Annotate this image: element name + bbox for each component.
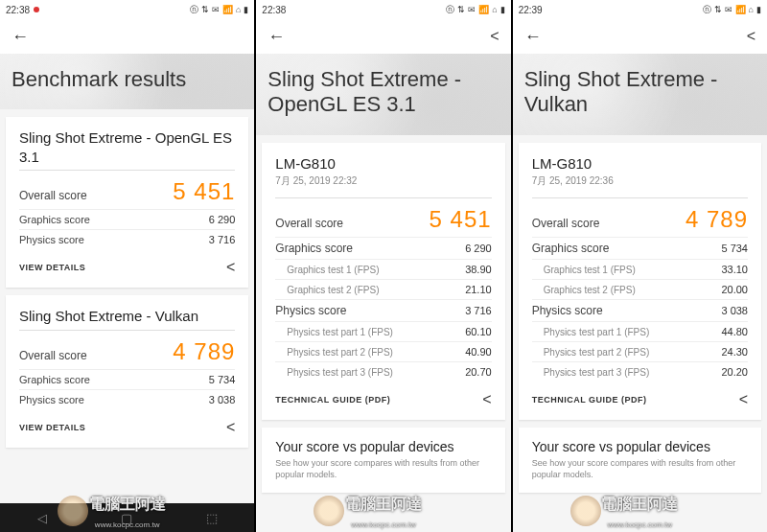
score-label: Physics test part 2 (FPS) <box>532 347 650 358</box>
status-indicator-icon: ✉ <box>212 5 220 14</box>
score-row: Graphics score6 290 <box>275 238 491 260</box>
share-icon[interactable]: < <box>747 28 755 45</box>
score-value: 5 734 <box>721 243 748 254</box>
back-icon[interactable]: ← <box>524 27 542 47</box>
score-label: Graphics test 1 (FPS) <box>532 265 636 275</box>
score-value: 20.00 <box>721 284 748 295</box>
status-indicator-icon: ▮ <box>756 5 761 14</box>
nav-home-icon[interactable]: ▢ <box>121 511 132 525</box>
status-icons: ⓝ⇅✉📶⌂▮ <box>703 4 761 16</box>
score-row: Physics score3 716 <box>275 300 491 322</box>
status-indicator-icon: ✉ <box>725 5 732 14</box>
nav-bar: ◁ ▢ ⬚ <box>0 503 254 532</box>
score-value: 20.20 <box>721 366 748 378</box>
status-indicator-icon: 📶 <box>735 5 746 14</box>
card-title: Sling Shot Extreme - Vulkan <box>19 307 235 326</box>
status-indicator-icon: ⇅ <box>201 5 209 14</box>
score-label: Physics score <box>275 304 346 317</box>
watermark-avatar <box>58 496 88 526</box>
status-indicator-icon: ⓝ <box>446 4 454 16</box>
status-icons: ⓝ⇅✉📶⌂▮ <box>190 4 248 16</box>
score-value: 21.10 <box>465 284 492 295</box>
score-row: Physics test part 2 (FPS)24.30 <box>532 342 748 362</box>
compare-section: Your score vs popular devices See how yo… <box>519 428 761 492</box>
card-footer: VIEW DETAILS < <box>19 409 235 436</box>
score-label: Graphics test 2 (FPS) <box>275 285 379 295</box>
nav-recent-icon[interactable]: ⬚ <box>206 511 218 525</box>
score-row: Physics score 3 716 <box>19 230 235 249</box>
status-indicator-icon: ⓝ <box>703 4 711 16</box>
status-icons: ⓝ⇅✉📶⌂▮ <box>446 4 504 16</box>
device-name: LM-G810 <box>532 154 748 173</box>
score-label: Physics test part 3 (FPS) <box>532 367 650 378</box>
status-indicator-icon: ⇅ <box>714 5 722 14</box>
overall-score-row: Overall score 4 789 <box>19 330 235 370</box>
status-bar: 22:38 ⓝ⇅✉📶⌂▮ <box>256 0 510 19</box>
score-value: 6 290 <box>465 243 492 254</box>
status-indicator-icon: ⌂ <box>492 5 497 14</box>
status-bar: 22:39 ⓝ⇅✉📶⌂▮ <box>513 0 767 19</box>
notification-dot <box>34 7 39 12</box>
score-row: Physics test part 2 (FPS)40.90 <box>275 342 491 362</box>
hero-banner: Sling Shot Extreme - OpenGL ES 3.1 <box>256 54 510 135</box>
share-icon[interactable]: < <box>226 419 235 436</box>
technical-guide-link[interactable]: TECHNICAL GUIDE (PDF) <box>532 395 647 405</box>
status-indicator-icon: ▮ <box>244 5 248 14</box>
status-indicator-icon: ⓝ <box>190 4 198 16</box>
view-details-link[interactable]: VIEW DETAILS <box>19 423 85 432</box>
status-indicator-icon: 📶 <box>478 5 489 14</box>
score-row: Physics score3 038 <box>532 300 748 322</box>
share-icon[interactable]: < <box>226 259 235 276</box>
watermark-avatar <box>570 496 601 526</box>
score-label: Graphics score <box>275 242 353 255</box>
hero-banner: Sling Shot Extreme - Vulkan <box>513 54 767 135</box>
detail-card: LM-G810 7月 25, 2019 22:32 Overall score … <box>262 143 504 421</box>
score-value: 38.90 <box>465 264 492 275</box>
status-time: 22:39 <box>519 5 543 15</box>
score-row: Physics test part 1 (FPS)44.80 <box>532 322 748 342</box>
timestamp: 7月 25, 2019 22:32 <box>275 174 491 188</box>
score-row: Graphics score 5 734 <box>19 370 235 390</box>
back-icon[interactable]: ← <box>267 27 285 47</box>
overall-score-row: Overall score 4 789 <box>532 197 748 238</box>
card-footer: TECHNICAL GUIDE (PDF) < <box>532 382 748 408</box>
technical-guide-link[interactable]: TECHNICAL GUIDE (PDF) <box>275 395 390 405</box>
status-indicator-icon: ⇅ <box>457 5 465 14</box>
overall-label: Overall score <box>19 189 87 202</box>
score-value: 60.10 <box>465 326 492 337</box>
nav-back-icon[interactable]: ◁ <box>37 511 47 525</box>
back-icon[interactable]: ← <box>12 27 29 47</box>
score-value: 44.80 <box>721 326 748 337</box>
status-indicator-icon: 📶 <box>222 5 233 14</box>
status-bar: 22:38 ⓝ⇅✉📶⌂▮ <box>0 0 254 19</box>
score-row: Physics test part 3 (FPS)20.20 <box>532 362 748 382</box>
status-indicator-icon: ✉ <box>468 5 476 14</box>
view-details-link[interactable]: VIEW DETAILS <box>19 263 85 272</box>
score-row: Physics score 3 038 <box>19 390 235 409</box>
score-row: Graphics test 1 (FPS)33.10 <box>532 260 748 280</box>
result-card-opengl: Sling Shot Extreme - OpenGL ES 3.1 Overa… <box>6 117 248 288</box>
score-value: 20.70 <box>465 366 492 378</box>
share-icon[interactable]: < <box>490 28 499 45</box>
score-label: Physics score <box>532 304 603 317</box>
share-icon[interactable]: < <box>482 391 491 408</box>
score-label: Physics test part 1 (FPS) <box>532 327 650 337</box>
compare-subtitle: See how your score compares with results… <box>275 458 491 480</box>
overall-score-row: Overall score 5 451 <box>19 170 235 210</box>
score-row: Graphics test 1 (FPS)38.90 <box>275 260 491 280</box>
status-indicator-icon: ▮ <box>500 5 505 14</box>
score-label: Graphics test 2 (FPS) <box>532 285 636 295</box>
page-title: Benchmark results <box>12 67 243 92</box>
overall-label: Overall score <box>19 349 87 362</box>
timestamp: 7月 25, 2019 22:36 <box>532 174 748 188</box>
score-label: Graphics score <box>532 242 610 255</box>
score-row: Graphics test 2 (FPS)20.00 <box>532 280 748 300</box>
overall-value: 5 451 <box>173 178 235 205</box>
share-icon[interactable]: < <box>739 391 748 408</box>
app-header: ← < <box>256 19 510 54</box>
score-value: 3 038 <box>721 305 748 316</box>
result-card-vulkan: Sling Shot Extreme - Vulkan Overall scor… <box>6 295 248 448</box>
score-label: Physics test part 2 (FPS) <box>275 347 393 358</box>
score-label: Graphics test 1 (FPS) <box>275 265 379 275</box>
page-title: Sling Shot Extreme - OpenGL ES 3.1 <box>267 67 499 118</box>
